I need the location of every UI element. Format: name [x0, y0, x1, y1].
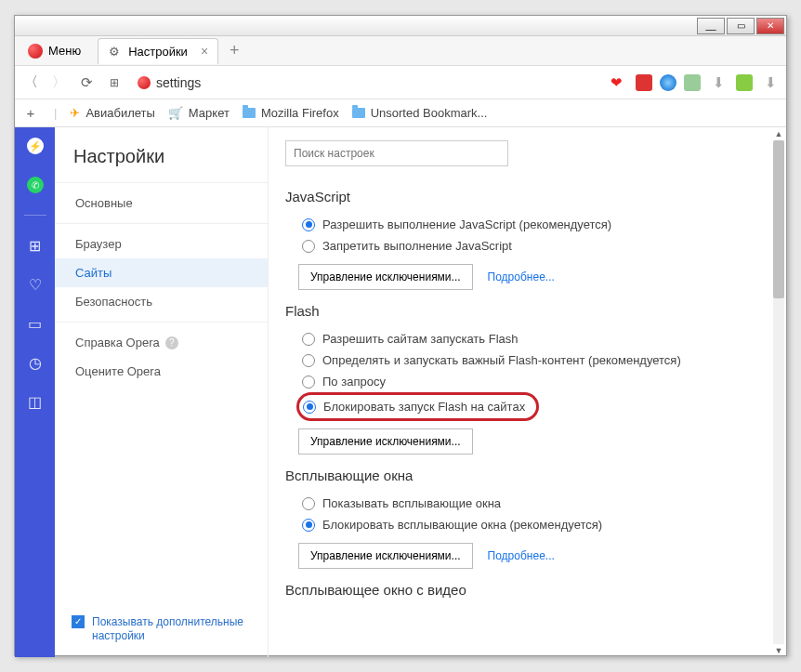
bookmarks-bar: + | ✈Авиабилеты 🛒Маркет Mozilla Firefox …: [15, 99, 786, 127]
whatsapp-icon[interactable]: ✆: [26, 176, 45, 194]
cart-icon: 🛒: [168, 106, 183, 120]
extension-icon-1[interactable]: [636, 74, 652, 91]
browser-window: __ ▭ ✕ Меню ⚙ Настройки × + 〈 〉 ⟳ ⊞ ❤ ⬇ …: [14, 15, 787, 656]
scrollbar-up-arrow[interactable]: ▲: [773, 127, 784, 140]
radio-flash-block[interactable]: Блокировать запуск Flash на сайтах: [299, 396, 525, 417]
checkbox-checked-icon: ✓: [72, 615, 85, 628]
downloads-icon-2[interactable]: ⬇: [760, 72, 781, 93]
plane-icon: ✈: [70, 106, 80, 120]
section-flash-title: Flash: [285, 303, 769, 319]
tab-label: Настройки: [128, 45, 188, 59]
folder-icon: [243, 108, 256, 118]
popups-manage-exceptions-button[interactable]: Управление исключениями...: [298, 543, 473, 569]
sidebar-item-rate[interactable]: Оцените Opera: [55, 357, 268, 386]
opera-logo-icon: [28, 44, 43, 59]
divider: [24, 215, 46, 216]
extension-icon-4[interactable]: [736, 74, 753, 91]
section-video-title: Всплывающее окно с видео: [285, 582, 769, 598]
radio-selected-icon: [302, 218, 315, 231]
page-title: Настройки: [55, 146, 268, 182]
history-rail-icon[interactable]: ◷: [26, 353, 45, 372]
radio-icon: [302, 376, 315, 389]
radio-icon: [302, 497, 315, 510]
news-rail-icon[interactable]: ▭: [26, 314, 45, 333]
window-close-button[interactable]: ✕: [756, 18, 784, 34]
tab-close-button[interactable]: ×: [201, 44, 208, 59]
extension-icon-3[interactable]: [684, 74, 701, 91]
settings-search-input[interactable]: [285, 140, 508, 166]
help-icon: ?: [165, 336, 178, 349]
scrollbar-down-arrow[interactable]: ▼: [773, 644, 784, 657]
menu-label: Меню: [48, 44, 81, 58]
speed-dial-button[interactable]: ⊞: [104, 72, 125, 93]
highlighted-option: Блокировать запуск Flash на сайтах: [296, 392, 539, 421]
bookmark-item-flights[interactable]: ✈Авиабилеты: [70, 106, 154, 120]
radio-js-deny[interactable]: Запретить выполнение JavaScript: [285, 235, 769, 257]
back-button[interactable]: 〈: [20, 72, 41, 93]
section-popups-title: Всплывающие окна: [285, 468, 769, 483]
bookmark-heart-icon[interactable]: ❤: [611, 74, 623, 91]
section-javascript-title: JavaScript: [285, 189, 769, 204]
radio-selected-icon: [302, 519, 315, 532]
content-scrollbar[interactable]: ▲ ▼: [773, 127, 784, 657]
gear-icon: ⚙: [108, 45, 121, 58]
radio-flash-ondemand[interactable]: По запросу: [285, 371, 769, 392]
sidebar-item-sites[interactable]: Сайты: [55, 258, 268, 287]
js-manage-exceptions-button[interactable]: Управление исключениями...: [298, 264, 473, 290]
speed-dial-rail-icon[interactable]: ⊞: [26, 236, 45, 255]
window-minimize-button[interactable]: __: [697, 18, 725, 34]
heart-rail-icon[interactable]: ♡: [26, 275, 45, 294]
add-bookmark-button[interactable]: +: [20, 103, 41, 124]
js-more-link[interactable]: Подробнее...: [488, 270, 555, 283]
downloads-icon-1[interactable]: ⬇: [708, 72, 729, 93]
sidebar-item-help[interactable]: Справка Opera?: [55, 328, 268, 357]
tab-bar: Меню ⚙ Настройки × +: [15, 36, 786, 66]
radio-js-allow[interactable]: Разрешить выполнение JavaScript (рекомен…: [285, 214, 769, 235]
radio-icon: [302, 354, 315, 367]
bookmark-item-market[interactable]: 🛒Маркет: [168, 106, 230, 120]
bookmark-folder-unsorted[interactable]: Unsorted Bookmark...: [352, 106, 488, 120]
messenger-icon[interactable]: ⚡: [26, 137, 45, 155]
scrollbar-thumb[interactable]: [773, 140, 784, 298]
forward-button[interactable]: 〉: [48, 72, 69, 93]
radio-popups-block[interactable]: Блокировать всплывающие окна (рекомендуе…: [285, 514, 769, 535]
radio-icon: [302, 333, 315, 346]
address-field-wrapper: ❤: [132, 70, 628, 96]
main-area: ⚡ ✆ ⊞ ♡ ▭ ◷ ◫ Настройки Основные Браузер…: [15, 127, 786, 657]
sidebar-item-browser[interactable]: Браузер: [55, 230, 268, 258]
settings-sidebar: Настройки Основные Браузер Сайты Безопас…: [55, 127, 269, 657]
flash-manage-exceptions-button[interactable]: Управление исключениями...: [298, 428, 473, 455]
address-bar: 〈 〉 ⟳ ⊞ ❤ ⬇ ⬇: [15, 66, 786, 99]
tab-settings[interactable]: ⚙ Настройки ×: [98, 38, 218, 64]
radio-icon: [302, 240, 315, 253]
radio-flash-detect[interactable]: Определять и запускать важный Flash-конт…: [285, 349, 769, 371]
extension-icon-2[interactable]: [660, 74, 676, 91]
left-rail: ⚡ ✆ ⊞ ♡ ▭ ◷ ◫: [15, 127, 55, 657]
settings-content: JavaScript Разрешить выполнение JavaScri…: [269, 127, 786, 657]
window-titlebar: __ ▭ ✕: [15, 16, 786, 36]
reload-button[interactable]: ⟳: [76, 72, 97, 93]
show-advanced-checkbox[interactable]: ✓ Показывать дополнительные настройки: [55, 602, 268, 657]
popups-more-link[interactable]: Подробнее...: [488, 549, 555, 562]
radio-flash-allow[interactable]: Разрешить сайтам запускать Flash: [285, 328, 769, 349]
page-favicon: [138, 76, 151, 89]
sidebar-item-basic[interactable]: Основные: [55, 189, 268, 217]
sidebar-item-security[interactable]: Безопасность: [55, 287, 268, 316]
radio-popups-show[interactable]: Показывать всплывающие окна: [285, 493, 769, 514]
new-tab-button[interactable]: +: [230, 41, 240, 60]
window-maximize-button[interactable]: ▭: [727, 18, 755, 34]
opera-menu-button[interactable]: Меню: [19, 40, 90, 62]
bookmark-folder-firefox[interactable]: Mozilla Firefox: [243, 106, 339, 120]
radio-selected-icon: [303, 401, 316, 414]
cube-rail-icon[interactable]: ◫: [26, 392, 45, 411]
folder-icon: [352, 108, 365, 118]
address-input[interactable]: [151, 75, 611, 90]
